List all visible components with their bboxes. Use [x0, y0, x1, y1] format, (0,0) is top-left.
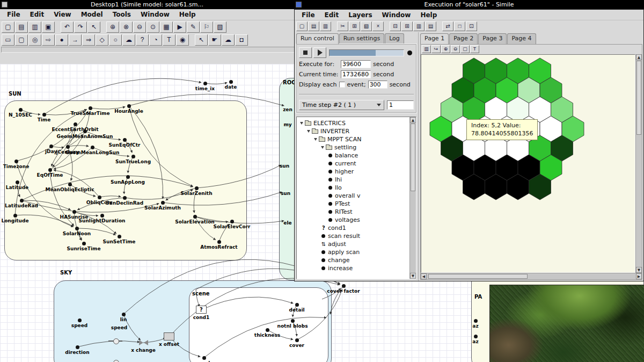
- page-export-button[interactable]: ↪: [431, 45, 441, 53]
- expander-icon[interactable]: [314, 138, 317, 141]
- execute-for-input[interactable]: [341, 60, 371, 68]
- model-node-cover[interactable]: [295, 338, 299, 342]
- rounded-rect-tool-button[interactable]: ▢: [15, 34, 28, 46]
- new-button[interactable]: ▢: [2, 21, 14, 33]
- run-tab-log[interactable]: Log: [385, 33, 404, 44]
- edit-equations-button[interactable]: ✎: [187, 21, 200, 33]
- stop-button[interactable]: [299, 47, 312, 58]
- model-node-meanobliqecliptic[interactable]: [68, 183, 72, 186]
- expander-icon[interactable]: [300, 122, 303, 125]
- tree-item-settling[interactable]: settling: [298, 143, 409, 151]
- page-tab-page-2[interactable]: Page 2: [449, 33, 478, 44]
- tree-item-ritest[interactable]: RITest: [298, 208, 409, 216]
- model-node-date[interactable]: [229, 80, 233, 84]
- page-select-button[interactable]: ▢: [460, 45, 470, 53]
- model-node-slider[interactable]: [108, 338, 122, 344]
- zoom-reset-button[interactable]: ⊗: [120, 21, 133, 33]
- undo-button[interactable]: ↶: [61, 21, 74, 33]
- run-model-button[interactable]: ▶: [173, 21, 186, 33]
- page-zoom-in-button[interactable]: ⊕: [441, 45, 450, 53]
- tree-item-voltages[interactable]: voltages: [298, 216, 409, 224]
- model-node-hourangle[interactable]: [127, 104, 131, 108]
- flow-tool-button[interactable]: ⇨: [42, 34, 55, 46]
- model-node-solarelevcorr[interactable]: [230, 220, 234, 223]
- tree-item-balance[interactable]: balance: [298, 151, 409, 160]
- model-node-thickness[interactable]: [266, 328, 269, 332]
- scroll-right-icon[interactable]: ▶: [636, 273, 642, 279]
- tree-item-mppt-scan[interactable]: MPPT SCAN: [298, 135, 409, 143]
- model-node-atmosrefract[interactable]: [217, 240, 221, 244]
- select-tool-button[interactable]: ↖: [195, 34, 208, 46]
- grid-button[interactable]: ▦: [160, 21, 173, 33]
- tree-item-llo[interactable]: llo: [298, 184, 409, 192]
- model-node-lin[interactable]: [122, 313, 126, 316]
- exec-columns-button[interactable]: ▥: [413, 21, 425, 31]
- model-node-sundeclinrad[interactable]: [123, 196, 127, 200]
- model-node-geommeananomsun[interactable]: [83, 129, 87, 133]
- exec-menu-edit[interactable]: Edit: [320, 10, 344, 20]
- page-tab-page-1[interactable]: Page 1: [420, 33, 449, 44]
- model-node-timezone[interactable]: [14, 160, 18, 163]
- main-menu-tools[interactable]: Tools: [108, 10, 136, 19]
- tree-item-current[interactable]: current: [298, 160, 409, 168]
- time-step-value[interactable]: 1: [387, 100, 414, 110]
- model-node-geommeanlongsun[interactable]: [91, 146, 94, 149]
- flag-button[interactable]: ⚐: [200, 21, 213, 33]
- model-node-slider[interactable]: [108, 359, 122, 362]
- scroll-up-icon[interactable]: ▲: [410, 117, 416, 123]
- page-text-button[interactable]: T: [470, 45, 479, 53]
- exec-save-button[interactable]: ▥: [320, 21, 331, 31]
- model-node-jday[interactable]: [49, 144, 53, 148]
- page-save-button[interactable]: ▥: [422, 45, 431, 53]
- model-node-obliqcorr[interactable]: [98, 196, 101, 199]
- page-horizontal-scrollbar[interactable]: ◀ ▶: [421, 273, 642, 279]
- model-node-x-change[interactable]: [139, 340, 148, 345]
- model-node-cond1[interactable]: ?: [196, 306, 207, 314]
- model-node-suneqofctr[interactable]: [123, 138, 127, 142]
- exec-window-titlebar[interactable]: Execution of "solar61" - Simile: [294, 0, 644, 9]
- model-node-cover-factor[interactable]: [342, 284, 346, 288]
- model-node-jcentury[interactable]: [66, 145, 70, 149]
- model-node-eccentearthorbit[interactable]: [74, 122, 77, 126]
- model-node-sunrisetime[interactable]: [82, 242, 86, 245]
- ellipse-tool-button[interactable]: ○: [109, 34, 122, 46]
- exec-cut-button[interactable]: ✂: [337, 21, 348, 31]
- tree-item-scan-result[interactable]: scan result: [298, 232, 409, 240]
- exec-menu-layers[interactable]: Layers: [343, 10, 377, 20]
- print-button[interactable]: ▣: [42, 21, 55, 33]
- exec-new-button[interactable]: ▢: [296, 21, 308, 31]
- tree-scrollbar[interactable]: ▲ ▼: [409, 117, 416, 279]
- model-node-time[interactable]: [42, 113, 46, 117]
- model-node-sunlightduration[interactable]: [100, 214, 104, 218]
- tree-item-apply-scan[interactable]: apply scan: [298, 248, 409, 256]
- alarm-tool-button[interactable]: ◉: [176, 34, 189, 46]
- condition-tool-button[interactable]: ?: [136, 34, 149, 46]
- tree-item-ptest[interactable]: PTest: [298, 200, 409, 208]
- model-node-latituderad[interactable]: [20, 199, 24, 202]
- compartment-tool-button[interactable]: ◎: [28, 34, 41, 46]
- model-node-speed[interactable]: [78, 318, 82, 322]
- clock-tool-button[interactable]: ◔: [149, 34, 162, 46]
- main-menu-model[interactable]: Model: [76, 10, 108, 19]
- page-zoom-out-button[interactable]: ⊖: [451, 45, 460, 53]
- save-button[interactable]: ▥: [28, 21, 41, 33]
- exec-menu-help[interactable]: Help: [415, 10, 442, 20]
- cloud2-tool-button[interactable]: ☁: [222, 34, 235, 46]
- main-window-titlebar[interactable]: Desktop1 (Simile model: solar61.sm...: [0, 0, 294, 9]
- zoom-area-button[interactable]: ⊙: [147, 21, 159, 33]
- rectangle-tool-button[interactable]: ▭: [2, 34, 14, 46]
- channel-tool-button[interactable]: ◇: [96, 34, 108, 46]
- page-hscroll-thumb[interactable]: [428, 274, 528, 279]
- tree-item-higher[interactable]: higher: [298, 168, 409, 176]
- model-node-eqoftime[interactable]: [48, 168, 52, 172]
- pointer-button[interactable]: ↖: [87, 21, 100, 33]
- scroll-down-icon[interactable]: ▼: [636, 267, 642, 273]
- main-menu-window[interactable]: Window: [136, 10, 174, 19]
- page-vertical-scrollbar[interactable]: ▲ ▼: [635, 54, 642, 273]
- model-node-sunapplong[interactable]: [126, 175, 130, 179]
- scroll-left-icon[interactable]: ◀: [421, 273, 427, 279]
- image-button[interactable]: ▧: [214, 21, 226, 33]
- exec-rows-button[interactable]: ▤: [425, 21, 436, 31]
- display-each-checkbox[interactable]: [339, 82, 345, 88]
- open-button[interactable]: ▤: [15, 21, 28, 33]
